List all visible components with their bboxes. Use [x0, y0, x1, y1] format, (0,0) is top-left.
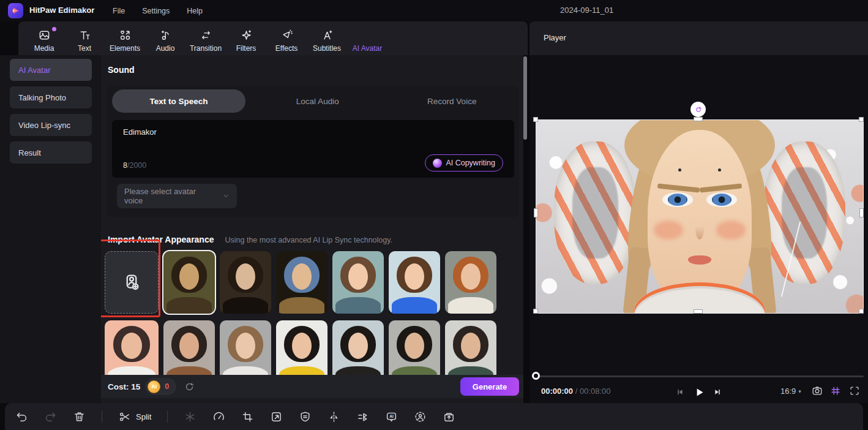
face-track-icon	[414, 410, 427, 423]
player-scrubber-handle[interactable]	[532, 372, 540, 380]
crop-button[interactable]	[241, 410, 254, 423]
next-frame-button[interactable]	[711, 385, 724, 399]
redo-button[interactable]	[44, 410, 57, 423]
person-add-icon	[121, 272, 142, 293]
elements-icon	[119, 28, 132, 43]
avatar-woman-shag-cut[interactable]	[332, 320, 384, 383]
avatar-pearl-earring-girl[interactable]	[276, 251, 327, 314]
toolbar-item-label: Audio	[156, 44, 175, 53]
toolbar-divider	[167, 410, 168, 423]
aspect-ratio-select[interactable]: 16:9▾	[780, 387, 801, 396]
sound-card: Text to SpeechLocal AudioRecord Voice Ed…	[107, 86, 519, 217]
sidebar-item-ai-avatar[interactable]: AI Avatar	[10, 59, 92, 81]
credit-count: 0	[165, 382, 169, 391]
avatar-woman-ponytail[interactable]	[220, 320, 271, 383]
avatar-row-1	[105, 251, 496, 314]
undo-button[interactable]	[15, 410, 28, 423]
main-toolbar: MediaTextElementsAudioTransitionFiltersE…	[18, 21, 528, 55]
toolbar-item-label: Media	[34, 44, 54, 53]
toolbar-item-label: Effects	[275, 44, 297, 53]
speed-button[interactable]	[212, 410, 225, 423]
tab-local-audio[interactable]: Local Audio	[250, 89, 385, 113]
speed-ramp-button[interactable]	[356, 410, 369, 423]
avatar-cartoon-boy[interactable]	[389, 251, 440, 314]
toolbar-item-transition[interactable]: Transition	[189, 25, 223, 53]
sidebar-item-talking-photo[interactable]: Talking Photo	[10, 86, 92, 108]
resize-handle-n[interactable]	[694, 117, 703, 121]
tab-text-to-speech[interactable]: Text to Speech	[112, 89, 245, 113]
resize-handle-sw[interactable]	[533, 309, 538, 314]
face-track-button[interactable]	[414, 410, 427, 423]
player-scrubber-track[interactable]	[536, 375, 864, 377]
rotate-handle[interactable]	[690, 102, 706, 117]
avatar-woman-teal-top[interactable]	[445, 320, 496, 383]
resize-handle-nw[interactable]	[533, 117, 538, 122]
avatar-woman-bun[interactable]	[163, 320, 215, 383]
avatar-woman-yellow-shirt[interactable]	[276, 320, 327, 383]
forehead-dot	[718, 168, 721, 172]
app-title: HitPaw Edimakor	[29, 6, 94, 15]
grid-toggle-button[interactable]	[829, 385, 842, 397]
toolbar-item-text[interactable]: Text	[67, 25, 102, 53]
menu-file[interactable]: File	[113, 7, 125, 15]
panel-scrollbar[interactable]	[523, 56, 527, 140]
delete-button[interactable]	[73, 410, 86, 423]
tts-text-input[interactable]: Edimakor 8/2000 AI Copywriting	[112, 120, 514, 178]
svg-text:AI: AI	[389, 414, 394, 418]
toolbar-item-ai-avatar[interactable]: AI Avatar	[350, 25, 384, 53]
freeze-frame-button[interactable]	[184, 410, 196, 423]
generate-button[interactable]: Generate	[460, 377, 519, 396]
snapshot-camera-button[interactable]	[811, 385, 823, 397]
resize-handle-e[interactable]	[859, 208, 864, 217]
resize-handle-s[interactable]	[694, 309, 703, 314]
sidebar-item-video-lip-sync[interactable]: Video Lip-sync	[10, 114, 92, 136]
resize-handle-w[interactable]	[534, 208, 538, 217]
scissors-icon	[118, 410, 131, 423]
ai-avatar-panel: Sound Text to SpeechLocal AudioRecord Vo…	[101, 55, 523, 403]
flip-button[interactable]	[327, 410, 340, 423]
upload-button[interactable]	[443, 410, 455, 423]
sound-tabs: Text to SpeechLocal AudioRecord Voice	[107, 89, 519, 113]
mask-button[interactable]	[299, 410, 312, 423]
avatar-mona-lisa[interactable]	[163, 251, 215, 314]
feature-sidebar: AI AvatarTalking PhotoVideo Lip-syncResu…	[0, 55, 101, 403]
ai-bubble-icon: AI	[385, 410, 398, 423]
toolbar-item-label: Text	[78, 44, 91, 53]
sound-section-title: Sound	[108, 65, 135, 75]
toolbar-item-label: Subtitles	[313, 44, 341, 53]
toolbar-item-media[interactable]: Media	[27, 25, 61, 53]
cost-value: 15	[131, 382, 140, 391]
sidebar-item-result[interactable]: Result	[10, 141, 92, 164]
previous-frame-button[interactable]	[673, 385, 687, 399]
split-button-label: Split	[136, 412, 151, 421]
scale-button[interactable]	[270, 410, 283, 423]
fullscreen-button[interactable]	[848, 385, 861, 397]
avatar-redhead-woman[interactable]	[445, 251, 496, 314]
ai-copywriting-label: AI Copywriting	[446, 159, 495, 167]
avatar-voice-select[interactable]: Please select avatar voice	[117, 184, 237, 208]
resize-handle-ne[interactable]	[859, 117, 864, 122]
player-title: Player	[544, 33, 566, 42]
avatar-woman-peach-bg[interactable]	[105, 320, 159, 383]
toolbar-item-elements[interactable]: Elements	[108, 25, 142, 53]
notification-dot-icon	[52, 27, 56, 31]
avatar-woman-green-shirt[interactable]	[389, 320, 440, 383]
ai-copywriting-button[interactable]: AI Copywriting	[425, 154, 503, 172]
video-preview-frame[interactable]	[536, 119, 864, 314]
resize-handle-se[interactable]	[859, 309, 864, 314]
ai-subtitle-button[interactable]: AI	[385, 410, 398, 423]
menu-help[interactable]: Help	[187, 7, 203, 15]
tab-record-voice[interactable]: Record Voice	[385, 89, 520, 113]
menu-settings[interactable]: Settings	[142, 7, 170, 15]
toolbar-item-subtitles[interactable]: Subtitles	[310, 25, 344, 53]
play-button[interactable]	[692, 385, 706, 399]
refresh-credits-button[interactable]	[184, 382, 195, 392]
avatar-shakespeare[interactable]	[220, 251, 271, 314]
toolbar-item-audio[interactable]: Audio	[148, 25, 182, 53]
title-bar: HitPaw Edimakor FileSettingsHelp 2024-09…	[0, 0, 868, 21]
avatar-cartoon-girl-glasses[interactable]	[332, 251, 384, 314]
toolbar-item-effects[interactable]: Effects	[269, 25, 304, 53]
import-avatar-tile[interactable]	[105, 251, 159, 314]
split-button[interactable]: Split	[118, 410, 151, 423]
toolbar-item-filters[interactable]: Filters	[229, 25, 263, 53]
